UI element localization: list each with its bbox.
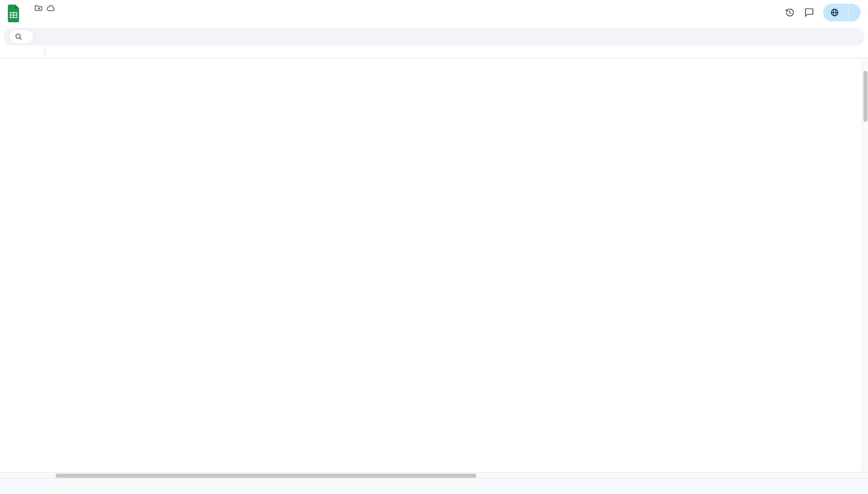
top-bar [0,0,868,27]
redacted-column-overlay [223,68,279,472]
share-button[interactable] [823,4,861,21]
formula-bar [0,46,868,58]
share-split-divider [848,4,849,21]
comments-icon[interactable] [804,7,815,18]
toolbar-search-menu-button[interactable] [9,30,33,44]
all-sheets-button[interactable] [19,480,32,493]
move-to-folder-icon[interactable] [35,5,42,12]
sheet-tab-bar [0,478,868,494]
search-icon [15,33,22,40]
globe-icon [830,8,839,17]
horizontal-scrollbar[interactable] [0,472,868,478]
version-history-icon[interactable] [784,7,795,18]
formula-bar-divider [44,48,45,57]
toolbar [4,28,864,45]
spreadsheet-grid [0,59,868,472]
tab-scroll-right-icon[interactable] [856,486,863,488]
horizontal-scrollbar-thumb[interactable] [56,474,476,478]
tab-scroll-left-icon[interactable] [847,486,854,488]
cloud-saved-icon[interactable] [47,5,55,12]
vertical-scrollbar[interactable] [862,59,868,472]
add-sheet-button[interactable] [5,480,19,493]
sheets-logo-icon[interactable] [7,5,20,22]
vertical-scrollbar-thumb[interactable] [863,71,868,122]
